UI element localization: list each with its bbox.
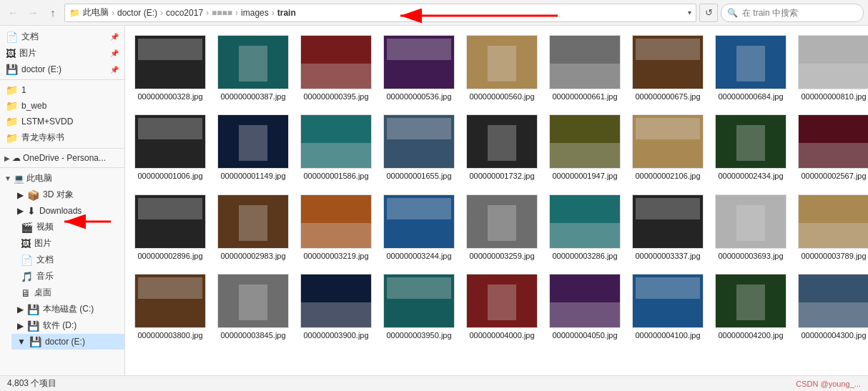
sidebar-item-lstm[interactable]: 📁 LSTM+SVDD [0,114,124,129]
sidebar-item-videos[interactable]: 🎬 视频 [11,219,124,235]
file-item[interactable]: 000000000810.jpg [794,31,868,105]
file-name: 000000004100.jpg [635,330,700,340]
file-name: 000000001732.jpg [469,171,534,181]
file-item[interactable]: 000000001149.jpg [214,111,292,184]
sidebar-label: 青龙寺标书 [21,132,64,144]
file-item[interactable]: 000000004100.jpg [628,270,707,344]
drive-icon: 💾 [27,320,39,332]
sidebar-item-onedrive[interactable]: ▶ ☁ OneDrive - Persona... [0,151,124,165]
file-item[interactable]: 000000004050.jpg [546,270,624,344]
sidebar-item-doctor-drive[interactable]: 💾 doctor (E:) 📌 [0,61,124,77]
file-item[interactable]: 000000003845.jpg [214,270,292,344]
sidebar-label: 3D 对象 [43,189,74,201]
drive-icon: 💾 [6,64,18,75]
file-item[interactable]: 000000003800.jpg [131,270,209,344]
file-name: 000000002434.jpg [718,171,783,181]
file-item[interactable]: 000000000661.jpg [546,31,624,105]
file-item[interactable]: 000000002567.jpg [794,111,868,184]
file-item[interactable]: 000000003950.jpg [380,270,458,344]
file-item[interactable]: 000000003900.jpg [297,270,375,344]
file-item[interactable]: 000000004300.jpg [794,270,868,344]
sidebar-item-e-drive[interactable]: ▼ 💾 doctor (E:) [11,334,124,350]
file-name: 000000000560.jpg [469,91,534,102]
divider [0,79,124,80]
search-bar[interactable]: 🔍 [721,4,864,22]
file-item[interactable]: 000000002983.jpg [214,191,292,264]
file-item[interactable]: 000000002106.jpg [628,111,707,184]
sidebar-item-thispc[interactable]: ▼ 💻 此电脑 [0,170,124,187]
computer-icon: 💻 [14,174,24,184]
file-item[interactable]: 000000004000.jpg [463,270,541,344]
file-item[interactable]: 000000001732.jpg [463,111,541,184]
file-item[interactable]: 000000000536.jpg [380,31,458,105]
drive-icon: 💾 [29,336,41,347]
sidebar-label: Downloads [39,206,82,216]
file-item[interactable]: 000000003337.jpg [628,191,707,264]
file-item[interactable]: 000000000560.jpg [463,31,541,105]
file-item[interactable]: 000000000684.jpg [711,31,790,105]
file-item[interactable]: 000000001586.jpg [297,111,375,184]
file-name: 000000003845.jpg [220,330,285,340]
breadcrumb-drive[interactable]: doctor (E:) [117,8,157,18]
pictures-icon: 🖼 [6,48,16,59]
file-item[interactable]: 000000002434.jpg [711,111,790,184]
sidebar-item-documents[interactable]: 📄 文档 📌 [0,29,124,45]
breadcrumb-thispc[interactable]: 此电脑 [83,6,109,19]
file-item[interactable]: 000000001655.jpg [380,111,458,184]
file-name: 000000004000.jpg [469,330,534,340]
sidebar-label: 图片 [19,47,36,59]
sidebar-item-docs[interactable]: 📄 文档 [11,252,124,268]
file-item[interactable]: 000000003219.jpg [297,191,375,264]
breadcrumb-blank[interactable]: ■■■■ [212,8,232,18]
file-item[interactable]: 000000004200.jpg [711,270,790,344]
search-input[interactable] [742,8,842,18]
breadcrumb-train[interactable]: train [277,8,296,18]
file-item[interactable]: 000000001947.jpg [546,111,624,184]
sidebar-item-c-drive[interactable]: ▶ 💾 本地磁盘 (C:) [11,301,124,317]
sidebar-item-temple[interactable]: 📁 青龙寺标书 [0,129,124,146]
sidebar-label: 图片 [34,237,51,249]
file-item[interactable]: 000000001006.jpg [131,111,209,184]
file-item[interactable]: 000000003286.jpg [546,191,624,264]
file-item[interactable]: 000000003259.jpg [463,191,541,264]
sidebar-label: 本地磁盘 (C:) [43,303,94,315]
file-item[interactable]: 000000000328.jpg [131,31,209,105]
sidebar-item-d-drive[interactable]: ▶ 💾 软件 (D:) [11,317,124,334]
file-name: 000000001586.jpg [303,171,368,181]
refresh-button[interactable]: ↺ [699,4,718,22]
up-button[interactable]: ↑ [44,4,61,21]
back-button[interactable]: ← [4,4,21,21]
sidebar-item-3d[interactable]: ▶ 📦 3D 对象 [11,187,124,203]
image-icon: 🖼 [21,238,31,249]
file-item[interactable]: 000000003693.jpg [711,191,790,264]
sidebar-item-images[interactable]: 🖼 图片 [11,235,124,252]
breadcrumb-coco[interactable]: coco2017 [166,8,203,18]
pin-icon: 📌 [110,49,119,57]
sidebar-item-folder-1[interactable]: 📁 1 [0,82,124,98]
sidebar: 📄 文档 📌 🖼 图片 📌 💾 doctor (E:) 📌 📁 1 📁 b_we… [0,26,125,375]
file-item[interactable]: 000000003244.jpg [380,191,458,264]
address-bar[interactable]: 📁 此电脑 › doctor (E:) › coco2017 › ■■■■ › … [64,4,696,22]
file-item[interactable]: 000000003789.jpg [794,191,868,264]
watermark: CSDN @young_... [796,380,861,388]
file-name: 000000000684.jpg [718,91,783,102]
sidebar-item-downloads[interactable]: ▶ ⬇ Downloads [11,203,124,219]
status-bar: 4,803 个项目 CSDN @young_... [0,375,868,391]
file-item[interactable]: 000000000675.jpg [628,31,707,105]
sidebar-item-pictures[interactable]: 🖼 图片 📌 [0,45,124,61]
address-dropdown-icon[interactable]: ▾ [688,9,691,16]
file-item[interactable]: 000000000387.jpg [214,31,292,105]
file-item[interactable]: 000000000395.jpg [297,31,375,105]
sidebar-label: b_web [21,101,46,111]
file-name: 000000000675.jpg [635,91,700,102]
sidebar-label: doctor (E:) [21,64,61,74]
onedrive-icon: ☁ [12,153,21,163]
breadcrumb-images[interactable]: images [241,8,269,18]
forward-button[interactable]: → [24,4,41,21]
sidebar-item-bweb[interactable]: 📁 b_web [0,98,124,114]
folder-icon: 📁 [6,84,18,96]
sidebar-item-music[interactable]: 🎵 音乐 [11,268,124,284]
sidebar-item-desktop[interactable]: 🖥 桌面 [11,284,124,301]
toolbar: ← → ↑ 📁 此电脑 › doctor (E:) › coco2017 › ■… [0,0,868,26]
file-item[interactable]: 000000002896.jpg [131,191,209,264]
